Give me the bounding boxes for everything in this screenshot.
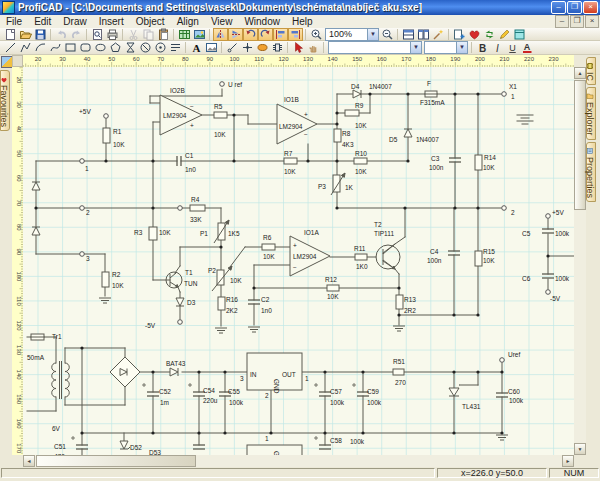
- bold-icon[interactable]: B: [475, 41, 490, 54]
- scroll-left-icon[interactable]: ◄: [23, 455, 35, 467]
- cut-icon[interactable]: [126, 28, 141, 41]
- side-tab-properties[interactable]: Properties: [586, 142, 596, 202]
- zoom-combo[interactable]: 100%▼: [325, 28, 379, 41]
- arc-icon[interactable]: [33, 41, 48, 54]
- component-label: C55: [228, 388, 240, 395]
- polygon-icon[interactable]: [108, 41, 123, 54]
- chevron-down-icon[interactable]: ▼: [367, 29, 378, 40]
- side-tab-explorer[interactable]: Explorer: [586, 87, 596, 140]
- scroll-right-icon[interactable]: ►: [562, 455, 574, 467]
- align-right-icon[interactable]: [288, 28, 303, 41]
- image-icon[interactable]: [204, 41, 219, 54]
- regulator-boxes: [247, 353, 302, 455]
- pan-hand-icon[interactable]: [306, 41, 321, 54]
- mdi-restore-button[interactable]: ❐: [570, 15, 584, 28]
- wand-icon[interactable]: [431, 28, 446, 41]
- refresh-arrows-icon[interactable]: [482, 28, 497, 41]
- rotate-left-icon[interactable]: [243, 28, 258, 41]
- scroll-down-icon[interactable]: ▼: [574, 443, 586, 455]
- zoom-out-icon[interactable]: [380, 28, 395, 41]
- maximize-button[interactable]: ❐: [567, 1, 582, 14]
- add-symbol-icon[interactable]: [452, 28, 467, 41]
- menu-item-window[interactable]: Window: [238, 15, 286, 28]
- svg-text:170: 170: [16, 443, 22, 454]
- side-tab-label: Favourites: [0, 85, 9, 127]
- ruler-lines-icon[interactable]: [168, 41, 183, 54]
- favorite-heart-icon[interactable]: [467, 28, 482, 41]
- menu-item-view[interactable]: View: [205, 15, 239, 28]
- chevron-down-icon[interactable]: ▼: [410, 42, 421, 53]
- new-file-icon[interactable]: [3, 28, 18, 41]
- menu-item-file[interactable]: File: [0, 15, 28, 28]
- side-tab-favourites[interactable]: Favourites: [0, 70, 10, 131]
- font-combo[interactable]: ▼: [328, 41, 422, 54]
- ellipse-icon[interactable]: [93, 41, 108, 54]
- ic-pins-icon[interactable]: [270, 41, 285, 54]
- line-icon[interactable]: [3, 41, 18, 54]
- page-preview-icon[interactable]: [90, 28, 105, 41]
- menu-item-align[interactable]: Align: [171, 15, 205, 28]
- resistor-body: [334, 129, 341, 142]
- component-label: IN: [250, 371, 257, 378]
- component-label: 2: [265, 392, 269, 399]
- menu-item-help[interactable]: Help: [286, 15, 319, 28]
- flip-vertical-icon[interactable]: [228, 28, 243, 41]
- font-color-icon[interactable]: A: [520, 41, 535, 54]
- component-label: IO1A: [304, 229, 319, 236]
- menu-item-insert[interactable]: Insert: [93, 15, 130, 28]
- redo-icon[interactable]: [69, 28, 84, 41]
- tile-vertical-icon[interactable]: [416, 28, 431, 41]
- chevron-down-icon[interactable]: ▼: [456, 42, 467, 53]
- terminal-circle: [80, 252, 85, 257]
- italic-icon[interactable]: I: [490, 41, 505, 54]
- edit-pencil-icon[interactable]: [497, 28, 512, 41]
- component-label: C54: [203, 387, 215, 394]
- size-combo[interactable]: ▼: [424, 41, 468, 54]
- polyline-icon[interactable]: [18, 41, 33, 54]
- horizontal-scrollbar[interactable]: ◄ ►: [23, 455, 574, 467]
- menu-item-draw[interactable]: Draw: [57, 15, 92, 28]
- menu-item-object[interactable]: Object: [130, 15, 171, 28]
- library-table-icon[interactable]: [177, 28, 192, 41]
- no-symbol-icon[interactable]: [138, 41, 153, 54]
- zoom-in-icon[interactable]: [309, 28, 324, 41]
- horizontal-scroll-thumb[interactable]: [36, 455, 196, 467]
- select-arrow-icon[interactable]: [291, 41, 306, 54]
- minimize-button[interactable]: –: [551, 1, 566, 14]
- text-icon[interactable]: A: [189, 41, 204, 54]
- circle-dot-icon[interactable]: [153, 41, 168, 54]
- insert-image-icon[interactable]: [192, 28, 207, 41]
- mdi-close-button[interactable]: ×: [585, 15, 599, 28]
- rotate-right-icon[interactable]: [258, 28, 273, 41]
- svg-text:70: 70: [16, 199, 22, 206]
- pin-icon[interactable]: [225, 41, 240, 54]
- save-icon[interactable]: [33, 28, 48, 41]
- hourglass-icon[interactable]: [123, 41, 138, 54]
- tile-horizontal-icon[interactable]: [401, 28, 416, 41]
- open-folder-icon[interactable]: [18, 28, 33, 41]
- title-bar[interactable]: ProfiCAD - [C:\Documents and Settings\va…: [0, 0, 600, 15]
- bezier-icon[interactable]: [48, 41, 63, 54]
- rounded-rectangle-icon[interactable]: [78, 41, 93, 54]
- mdi-minimize-button[interactable]: –: [555, 15, 569, 28]
- toolbar-separator: [84, 29, 90, 40]
- flip-horizontal-icon[interactable]: [213, 28, 228, 41]
- copy-icon[interactable]: [141, 28, 156, 41]
- show-panel-icon[interactable]: [512, 28, 527, 41]
- close-button[interactable]: ×: [583, 1, 598, 14]
- align-left-icon[interactable]: [273, 28, 288, 41]
- svg-text:80: 80: [16, 224, 22, 231]
- menu-item-edit[interactable]: Edit: [28, 15, 57, 28]
- underline-icon[interactable]: U: [505, 41, 520, 54]
- schematic-canvas[interactable]: U refIO2BLM2904−+R510K+5VR110K1C11n0IO1B…: [23, 67, 574, 455]
- print-icon[interactable]: [105, 28, 120, 41]
- junction-icon[interactable]: [240, 41, 255, 54]
- undo-icon[interactable]: [54, 28, 69, 41]
- side-tab-ic[interactable]: IC: [586, 57, 596, 85]
- node-ellipse-icon[interactable]: [255, 41, 270, 54]
- svg-text:220: 220: [524, 56, 535, 62]
- component-label: 2: [86, 209, 90, 216]
- component-label: 10K: [112, 282, 124, 289]
- paste-icon[interactable]: [156, 28, 171, 41]
- rectangle-icon[interactable]: [63, 41, 78, 54]
